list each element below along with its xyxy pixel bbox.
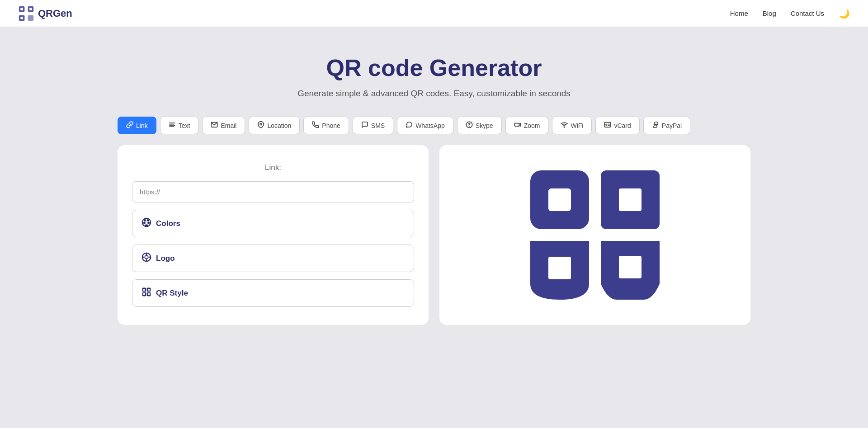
phone-icon bbox=[312, 121, 319, 130]
svg-rect-38 bbox=[548, 257, 571, 279]
svg-point-25 bbox=[145, 255, 148, 259]
nav-contact[interactable]: Contact Us bbox=[791, 9, 824, 17]
svg-rect-4 bbox=[20, 8, 23, 10]
tab-whatsapp-label: WhatsApp bbox=[415, 122, 445, 129]
tab-text[interactable]: Text bbox=[160, 117, 199, 134]
tab-link[interactable]: Link bbox=[118, 117, 156, 134]
tab-zoom[interactable]: Zoom bbox=[505, 117, 549, 134]
svg-rect-39 bbox=[619, 256, 642, 278]
hero-section: QR code Generator Generate simple & adva… bbox=[0, 27, 868, 117]
tab-location-label: Location bbox=[267, 122, 291, 129]
tab-sms-label: SMS bbox=[371, 122, 385, 129]
logo-icon bbox=[18, 5, 34, 22]
svg-rect-31 bbox=[147, 288, 150, 291]
email-icon bbox=[211, 121, 218, 130]
svg-point-14 bbox=[469, 126, 469, 127]
tab-text-label: Text bbox=[179, 122, 190, 129]
tab-link-label: Link bbox=[136, 122, 148, 129]
svg-point-22 bbox=[144, 222, 145, 224]
location-icon bbox=[257, 121, 264, 130]
tab-bar: Link Text Email Location bbox=[0, 117, 868, 145]
tab-email-label: Email bbox=[221, 122, 236, 129]
svg-rect-35 bbox=[548, 188, 571, 211]
tab-wifi[interactable]: WiFi bbox=[552, 117, 592, 134]
svg-rect-33 bbox=[147, 293, 150, 296]
left-panel: Link: Colors Logo bbox=[118, 145, 429, 325]
tab-email[interactable]: Email bbox=[202, 117, 245, 134]
nav-home[interactable]: Home bbox=[730, 9, 748, 17]
qr-style-icon bbox=[142, 287, 151, 299]
logo-label: Logo bbox=[156, 254, 175, 263]
svg-rect-5 bbox=[29, 8, 32, 10]
link-icon bbox=[126, 121, 133, 130]
nav-blog[interactable]: Blog bbox=[763, 9, 776, 17]
dark-mode-toggle[interactable]: 🌙 bbox=[839, 8, 850, 19]
tab-wifi-label: WiFi bbox=[571, 122, 583, 129]
palette-icon bbox=[142, 217, 151, 230]
main-content: Link: Colors Logo bbox=[0, 145, 868, 325]
svg-rect-30 bbox=[143, 288, 146, 291]
tab-skype-label: Skype bbox=[476, 122, 493, 129]
link-input[interactable] bbox=[132, 181, 414, 202]
logo-accordion[interactable]: Logo bbox=[132, 245, 414, 272]
tab-vcard-label: vCard bbox=[614, 122, 631, 129]
tab-vcard[interactable]: vCard bbox=[595, 117, 639, 134]
colors-accordion[interactable]: Colors bbox=[132, 210, 414, 237]
page-title: QR code Generator bbox=[9, 54, 859, 81]
svg-point-23 bbox=[148, 222, 149, 224]
nav-links: Home Blog Contact Us 🌙 bbox=[730, 8, 850, 19]
qr-shape-1[interactable] bbox=[528, 168, 591, 231]
svg-point-18 bbox=[606, 124, 607, 126]
sms-icon bbox=[361, 121, 368, 130]
svg-point-16 bbox=[564, 127, 565, 127]
qr-shape-4[interactable] bbox=[599, 239, 662, 302]
tab-paypal-label: PayPal bbox=[662, 122, 682, 129]
right-panel bbox=[439, 145, 750, 325]
svg-rect-37 bbox=[619, 188, 642, 211]
tab-phone[interactable]: Phone bbox=[303, 117, 349, 134]
whatsapp-icon bbox=[406, 121, 413, 130]
tab-phone-label: Phone bbox=[322, 122, 340, 129]
svg-rect-6 bbox=[20, 17, 23, 19]
svg-point-12 bbox=[260, 123, 262, 125]
vcard-icon bbox=[604, 121, 611, 130]
wifi-icon bbox=[561, 121, 568, 130]
qr-shape-2[interactable] bbox=[599, 168, 662, 231]
logo-icon bbox=[142, 252, 151, 264]
tab-skype[interactable]: Skype bbox=[457, 117, 502, 134]
svg-rect-3 bbox=[28, 15, 34, 21]
tab-sms[interactable]: SMS bbox=[353, 117, 393, 134]
tab-zoom-label: Zoom bbox=[524, 122, 540, 129]
skype-icon bbox=[466, 121, 473, 130]
qr-preview bbox=[528, 168, 662, 302]
svg-point-20 bbox=[144, 220, 146, 221]
nav-logo[interactable]: QRGen bbox=[18, 5, 72, 22]
tab-location[interactable]: Location bbox=[249, 117, 300, 134]
logo-text: QRGen bbox=[38, 8, 72, 19]
hero-subtitle: Generate simple & advanced QR codes. Eas… bbox=[9, 89, 859, 99]
paypal-icon bbox=[652, 121, 659, 130]
tab-whatsapp[interactable]: WhatsApp bbox=[397, 117, 453, 134]
text-icon bbox=[169, 121, 176, 130]
zoom-icon bbox=[514, 121, 521, 130]
tab-paypal[interactable]: PayPal bbox=[643, 117, 690, 134]
qr-style-accordion[interactable]: QR Style bbox=[132, 279, 414, 307]
svg-point-21 bbox=[147, 220, 149, 221]
svg-rect-15 bbox=[514, 123, 519, 127]
svg-rect-32 bbox=[143, 293, 146, 296]
colors-label: Colors bbox=[156, 219, 180, 228]
link-field-label: Link: bbox=[132, 163, 414, 172]
qr-shape-3[interactable] bbox=[528, 239, 591, 302]
qr-style-label: QR Style bbox=[156, 289, 188, 298]
